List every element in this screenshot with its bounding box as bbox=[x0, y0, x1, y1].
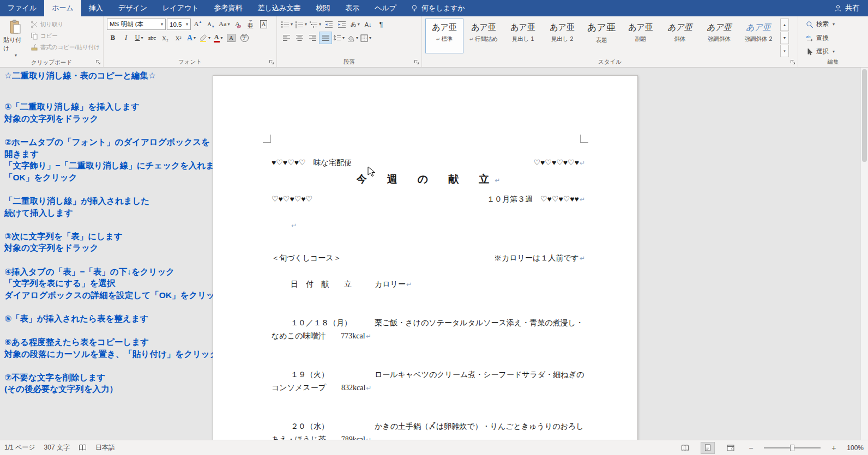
doc-paragraph: ↵ bbox=[272, 206, 585, 245]
bullets-button[interactable]: ▾ bbox=[280, 19, 293, 30]
font-size-combo[interactable]: 10.5 ▾ bbox=[167, 19, 191, 30]
align-left-button[interactable] bbox=[280, 32, 292, 44]
style-title[interactable]: あア亜 表題 bbox=[582, 19, 620, 53]
tab-insert[interactable]: 挿入 bbox=[81, 0, 111, 16]
zoom-slider-thumb[interactable] bbox=[790, 445, 794, 451]
style-emphasis-italic[interactable]: あア亜 強調斜体 bbox=[700, 19, 738, 53]
line-spacing-icon bbox=[333, 34, 341, 41]
tab-mailings[interactable]: 差し込み文書 bbox=[250, 0, 309, 16]
tab-review[interactable]: 校閲 bbox=[308, 0, 337, 16]
instruction-line: 開きます bbox=[4, 148, 213, 160]
find-button[interactable]: 検索 ▾ bbox=[806, 19, 865, 30]
line-spacing-button[interactable]: ▾ bbox=[333, 32, 345, 44]
sort-button[interactable]: A↓ bbox=[362, 19, 374, 30]
vertical-scrollbar[interactable] bbox=[860, 68, 868, 440]
cut-button[interactable]: 切り取り bbox=[31, 20, 100, 29]
tab-file[interactable]: ファイル bbox=[0, 0, 44, 16]
document-page[interactable]: ♥♡♥♡♥♡ 味な宅配便 ♡♥♡♥♡♥♡♥↵ 今 週 の 献 立↵ ♡♥♡♥♡♥… bbox=[213, 75, 638, 440]
grow-font-button[interactable]: A▲ bbox=[192, 19, 204, 30]
enclose-characters-button[interactable]: 字 bbox=[238, 32, 250, 44]
change-case-button[interactable]: Aa▾ bbox=[218, 19, 231, 30]
strikethrough-button[interactable]: abc bbox=[146, 32, 158, 44]
dropdown-icon: ▾ bbox=[305, 22, 307, 27]
proofing-status[interactable] bbox=[79, 444, 87, 451]
style-normal[interactable]: あア亜 ↵標準 bbox=[425, 19, 463, 53]
select-button[interactable]: 選択 ▾ bbox=[806, 46, 865, 57]
zoom-out-button[interactable]: − bbox=[746, 444, 755, 452]
tab-layout[interactable]: レイアウト bbox=[155, 0, 207, 16]
style-italic[interactable]: あア亜 斜体 bbox=[661, 19, 699, 53]
gallery-more-icon: ▾ bbox=[783, 49, 786, 53]
styles-scroll-up-button[interactable]: ▲ bbox=[780, 19, 789, 31]
tab-help[interactable]: ヘルプ bbox=[367, 0, 404, 16]
multilevel-list-button[interactable]: ▾ bbox=[309, 19, 322, 30]
highlight-button[interactable]: ▾ bbox=[198, 32, 211, 44]
scrollbar-thumb[interactable] bbox=[862, 69, 867, 162]
style-no-spacing[interactable]: あア亜 ↵行間詰め bbox=[465, 19, 503, 53]
styles-more-button[interactable]: ▾ bbox=[780, 45, 789, 57]
style-heading-2[interactable]: あア亜 見出し 2 bbox=[543, 19, 581, 53]
decrease-indent-button[interactable] bbox=[323, 19, 335, 30]
styles-dialog-launcher[interactable] bbox=[789, 58, 796, 65]
web-layout-button[interactable] bbox=[724, 442, 738, 454]
font-color-button[interactable]: A▾ bbox=[212, 32, 224, 44]
sort-icon: A↓ bbox=[365, 21, 372, 28]
text-effects-button[interactable]: A▾ bbox=[185, 32, 197, 44]
word-count[interactable]: 307 文字 bbox=[44, 443, 70, 452]
document-text[interactable]: ♥♡♥♡♥♡ 味な宅配便 ♡♥♡♥♡♥♡♥↵ 今 週 の 献 立↵ ♡♥♡♥♡♥… bbox=[213, 76, 637, 440]
shading-button[interactable]: ▾ bbox=[346, 32, 359, 44]
show-marks-button[interactable]: ¶ bbox=[375, 19, 387, 30]
replace-button[interactable]: ab 置換 bbox=[806, 32, 865, 44]
language-indicator[interactable]: 日本語 bbox=[95, 443, 115, 452]
tab-home[interactable]: ホーム bbox=[44, 0, 81, 16]
asian-layout-button[interactable]: あ▾ bbox=[349, 19, 361, 30]
character-border-button[interactable]: A bbox=[258, 19, 270, 30]
zoom-level[interactable]: 100% bbox=[847, 444, 864, 452]
ruby-button[interactable]: ア亜 bbox=[245, 19, 257, 30]
paragraph-dialog-launcher[interactable] bbox=[413, 58, 420, 65]
styles-scroll-down-button[interactable]: ▼ bbox=[780, 32, 789, 44]
character-shading-button[interactable]: A bbox=[225, 32, 237, 44]
tab-references[interactable]: 参考資料 bbox=[207, 0, 250, 16]
numbering-button[interactable]: ▾ bbox=[294, 19, 308, 30]
borders-button[interactable]: ▾ bbox=[360, 32, 372, 44]
tab-design[interactable]: デザイン bbox=[111, 0, 155, 16]
page-indicator[interactable]: 1/1 ページ bbox=[4, 443, 35, 452]
style-subtitle[interactable]: あア亜 副題 bbox=[622, 19, 660, 53]
align-right-button[interactable] bbox=[306, 32, 318, 44]
tell-me-box[interactable]: 何をしますか bbox=[404, 0, 472, 16]
print-layout-button[interactable] bbox=[701, 442, 715, 454]
format-painter-button[interactable]: 書式のコピー/貼り付け bbox=[31, 43, 100, 52]
style-emphasis-italic-2[interactable]: あア亜 強調斜体 2 bbox=[739, 19, 777, 53]
bold-button[interactable]: B bbox=[107, 32, 119, 44]
read-mode-button[interactable] bbox=[678, 442, 692, 454]
tab-view[interactable]: 表示 bbox=[337, 0, 367, 16]
increase-indent-button[interactable] bbox=[336, 19, 348, 30]
clipboard-dialog-launcher[interactable] bbox=[94, 58, 101, 65]
font-dialog-launcher[interactable] bbox=[268, 58, 275, 65]
shrink-font-button[interactable]: A▼ bbox=[205, 19, 217, 30]
zoom-in-button[interactable]: + bbox=[829, 444, 838, 452]
zoom-slider[interactable] bbox=[764, 443, 821, 453]
instruction-line: 「文字列を表にする」を選択 bbox=[4, 277, 213, 289]
style-heading-1[interactable]: あア亜 見出し 1 bbox=[504, 19, 542, 53]
align-center-button[interactable] bbox=[293, 32, 305, 44]
paragraph-style-mark: ↵ bbox=[436, 37, 441, 42]
clear-formatting-button[interactable]: A bbox=[232, 19, 244, 30]
share-button[interactable]: 共有 bbox=[825, 0, 868, 16]
instruction-line: 「二重取り消し線」が挿入されました bbox=[4, 195, 213, 207]
justify-button[interactable] bbox=[320, 32, 331, 44]
paste-button[interactable]: 貼り付け ▾ bbox=[3, 19, 27, 58]
dialog-launcher-icon bbox=[95, 59, 101, 65]
copy-button[interactable]: コピー bbox=[31, 31, 100, 41]
styles-gallery-scroll: ▲ ▼ ▾ bbox=[780, 19, 789, 57]
font-name-combo[interactable]: MS 明朝 (本 ▾ bbox=[107, 19, 166, 30]
superscript-button[interactable]: X² bbox=[172, 32, 184, 44]
underline-button[interactable]: U▾ bbox=[133, 32, 145, 44]
document-canvas: ☆二重取り消し線・表のコピーと編集☆ ①「二重取り消し線」を挿入します 対象の文… bbox=[0, 68, 868, 440]
word-window: ファイル ホーム 挿入 デザイン レイアウト 参考資料 差し込み文書 校閲 表示… bbox=[0, 0, 868, 455]
italic-button[interactable]: I bbox=[120, 32, 132, 44]
instruction-line: ダイアログボックスの詳細を設定して「OK」をクリック bbox=[4, 289, 213, 301]
subscript-button[interactable]: X₂ bbox=[159, 32, 171, 44]
read-mode-icon bbox=[681, 445, 689, 451]
